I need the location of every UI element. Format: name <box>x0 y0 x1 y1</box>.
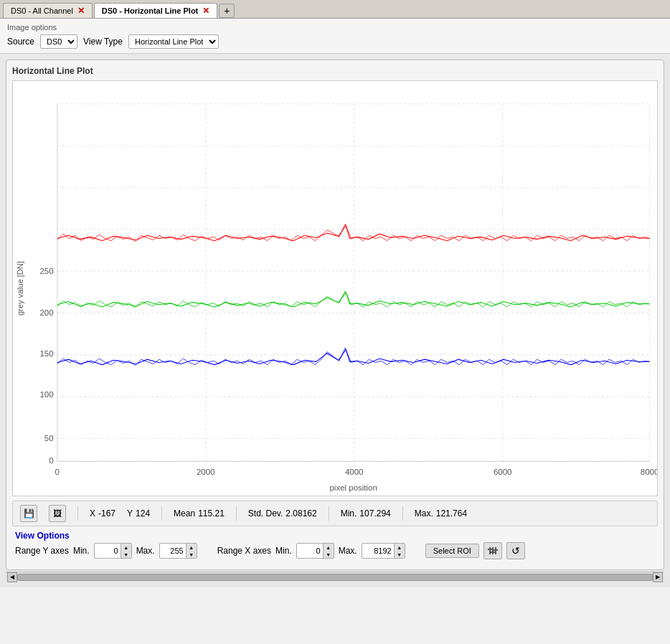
y-max-spin-buttons: ▲ ▼ <box>186 544 197 558</box>
horizontal-scrollbar: ◀ ▶ <box>6 572 664 582</box>
x-max-up[interactable]: ▲ <box>395 544 405 551</box>
mean-label: Mean <box>174 508 195 518</box>
tab-horizontal-line-plot-label: DS0 - Horizontal Line Plot <box>102 6 198 15</box>
svg-text:150: 150 <box>39 349 53 358</box>
svg-text:6000: 6000 <box>494 468 512 476</box>
image-icon: 🖼 <box>53 508 62 518</box>
chart-area: grey value [DN] <box>12 80 658 496</box>
status-divider-1 <box>77 506 78 521</box>
toolbar: Image options Source DS0 View Type Horiz… <box>0 19 670 54</box>
chart-svg-container: 0 50 100 150 200 250 0 2000 4000 6000 80… <box>27 81 657 496</box>
image-icon-button[interactable]: 🖼 <box>49 505 66 522</box>
mean-stat: Mean 115.21 <box>174 508 225 518</box>
x-max-label: Max. <box>339 546 357 556</box>
x-max-down[interactable]: ▼ <box>395 551 405 558</box>
svg-text:50: 50 <box>44 434 54 442</box>
save-icon-button[interactable]: 💾 <box>20 505 37 522</box>
refresh-icon: ↺ <box>511 545 520 557</box>
svg-text:2000: 2000 <box>197 468 215 476</box>
y-max-spinner[interactable]: ▲ ▼ <box>159 543 197 559</box>
view-options-section: View Options Range Y axes Min. ▲ ▼ Max. <box>12 526 658 564</box>
y-max-up[interactable]: ▲ <box>187 544 197 551</box>
toolbar-row: Source DS0 View Type Horizontal Line Plo… <box>7 34 663 49</box>
x-label: X <box>90 508 95 518</box>
std-dev-value: 2.08162 <box>286 508 316 518</box>
y-min-label: Min. <box>73 546 90 556</box>
svg-text:100: 100 <box>39 390 53 399</box>
x-min-up[interactable]: ▲ <box>324 544 334 551</box>
tab-all-channel-label: DS0 - All Channel <box>11 6 73 15</box>
svg-rect-0 <box>27 81 657 496</box>
svg-rect-30 <box>492 547 494 554</box>
y-max-down[interactable]: ▼ <box>187 551 197 558</box>
min-label: Min. <box>341 508 357 518</box>
y-axis-label: grey value [DN] <box>13 81 27 496</box>
tab-all-channel-close[interactable]: ✕ <box>77 6 85 15</box>
main-content: Horizontal Line Plot grey value [DN] <box>0 54 670 587</box>
range-x-label: Range X axes <box>217 546 271 556</box>
y-min-input[interactable] <box>95 545 121 557</box>
max-stat: Max. 121.764 <box>415 508 467 518</box>
source-select[interactable]: DS0 <box>40 34 77 49</box>
svg-rect-34 <box>494 549 498 551</box>
x-max-input[interactable] <box>362 545 394 557</box>
select-roi-button[interactable]: Select ROI <box>425 544 479 558</box>
range-y-label: Range Y axes <box>15 546 69 556</box>
view-type-label: View Type <box>83 37 123 47</box>
svg-rect-29 <box>489 547 491 554</box>
source-label: Source <box>7 37 34 47</box>
y-min-spin-buttons: ▲ ▼ <box>121 544 131 558</box>
x-min-spinner[interactable]: ▲ ▼ <box>296 543 334 559</box>
svg-text:8000: 8000 <box>641 468 657 476</box>
std-dev-stat: Std. Dev. 2.08162 <box>248 508 317 518</box>
svg-text:200: 200 <box>39 308 53 317</box>
x-max-spin-buttons: ▲ ▼ <box>394 544 405 558</box>
y-min-up[interactable]: ▲ <box>121 544 131 551</box>
status-divider-5 <box>402 506 403 521</box>
y-min-down[interactable]: ▼ <box>121 551 131 558</box>
view-type-select[interactable]: Horizontal Line Plot Vertical Line Plot … <box>128 34 219 49</box>
scroll-right-button[interactable]: ▶ <box>653 572 663 582</box>
chart-inner: 0 50 100 150 200 250 0 2000 4000 6000 80… <box>27 81 657 496</box>
tab-horizontal-line-plot[interactable]: DS0 - Horizontal Line Plot ✕ <box>94 3 217 18</box>
min-stat: Min. 107.294 <box>341 508 391 518</box>
x-min-spin-buttons: ▲ ▼ <box>323 544 334 558</box>
chart-svg: 0 50 100 150 200 250 0 2000 4000 6000 80… <box>27 81 657 496</box>
chart-title: Horizontal Line Plot <box>12 66 658 76</box>
image-options-label: Image options <box>7 23 663 32</box>
refresh-icon-button[interactable]: ↺ <box>506 542 525 559</box>
save-icon: 💾 <box>24 508 34 518</box>
y-max-input[interactable] <box>160 545 186 557</box>
status-bar: 💾 🖼 X -167 Y 124 Mean 115.21 Std. Dev. <box>12 501 658 526</box>
x-min-input[interactable] <box>297 545 323 557</box>
y-label: Y <box>127 508 133 518</box>
svg-text:4000: 4000 <box>345 468 364 476</box>
svg-text:0: 0 <box>55 468 60 476</box>
y-coordinate: Y 124 <box>127 508 150 518</box>
x-min-down[interactable]: ▼ <box>324 551 334 558</box>
y-min-spinner[interactable]: ▲ ▼ <box>94 543 132 559</box>
add-tab-button[interactable]: + <box>219 4 235 18</box>
settings-icon-button[interactable] <box>483 542 502 559</box>
svg-text:250: 250 <box>39 267 53 275</box>
tab-all-channel[interactable]: DS0 - All Channel ✕ <box>3 3 93 18</box>
status-divider-2 <box>161 506 162 521</box>
scroll-thumb[interactable] <box>17 574 653 581</box>
y-max-label: Max. <box>136 546 155 556</box>
x-min-label: Min. <box>275 546 292 556</box>
y-value: 124 <box>136 508 150 518</box>
svg-text:0: 0 <box>49 456 53 465</box>
scroll-left-button[interactable]: ◀ <box>7 572 17 582</box>
x-value: -167 <box>98 508 115 518</box>
max-label: Max. <box>415 508 433 518</box>
status-divider-3 <box>236 506 237 521</box>
tab-bar: DS0 - All Channel ✕ DS0 - Horizontal Lin… <box>0 0 670 19</box>
svg-rect-32 <box>488 549 492 550</box>
max-value: 121.764 <box>436 508 467 518</box>
settings-icon <box>487 545 499 557</box>
x-max-spinner[interactable]: ▲ ▼ <box>362 543 405 559</box>
svg-rect-33 <box>491 551 495 553</box>
mean-value: 115.21 <box>198 508 225 518</box>
tab-horizontal-line-plot-close[interactable]: ✕ <box>202 6 209 15</box>
chart-panel: Horizontal Line Plot grey value [DN] <box>6 60 664 570</box>
